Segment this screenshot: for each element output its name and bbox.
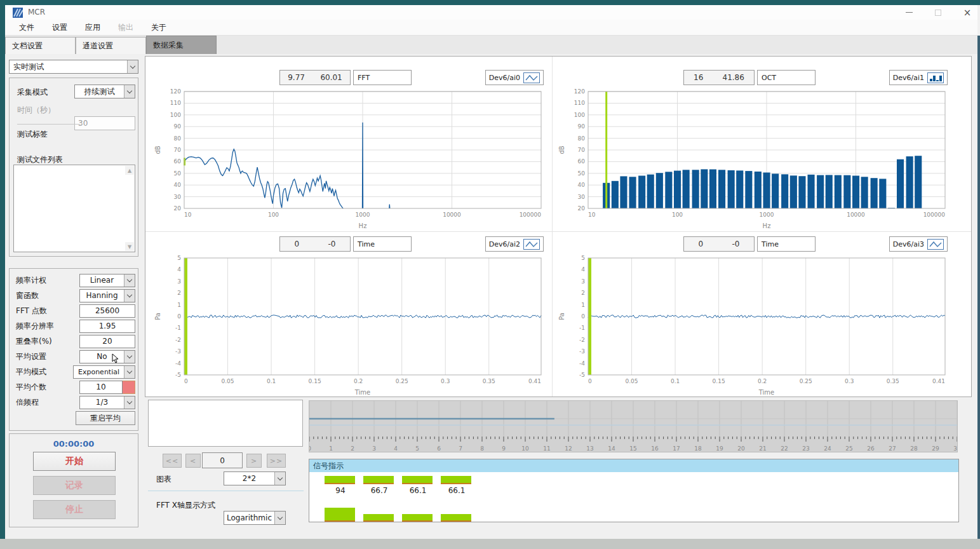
time2-plot[interactable]: -5-4-3-2-101234500.050.10.150.20.250.30.… (152, 253, 550, 398)
time-chart-ai3: 0 -0 Time Dev6/ai3 -5-4-3-2-101234500.05… (556, 234, 954, 396)
cursor-y-value: 60.01 (320, 73, 342, 82)
time-chart-ai2: 0 -0 Time Dev6/ai2 -5-4-3-2-101234500.05… (152, 234, 550, 396)
svg-text:3: 3 (581, 278, 585, 285)
svg-text:0.2: 0.2 (758, 378, 767, 384)
fft-xaxis-label: FFT X轴显示方式 (156, 500, 215, 511)
time3-channel-selector[interactable]: Dev6/ai3 (889, 236, 948, 252)
chart-layout-select[interactable]: 2*2 (224, 471, 286, 485)
signal-channel-0: 94 (325, 472, 356, 523)
setting-label: 重叠率(%) (16, 336, 52, 347)
svg-text:0.3: 0.3 (845, 378, 854, 384)
window-frame-top (0, 0, 980, 5)
scroll-up-icon[interactable]: ▲ (125, 166, 134, 175)
nav-first-button[interactable]: << (163, 454, 182, 468)
close-button[interactable]: × (957, 5, 978, 20)
setting-input-4[interactable]: 20 (79, 335, 135, 348)
svg-text:1000: 1000 (760, 212, 774, 218)
nav-last-button[interactable]: >> (267, 454, 286, 468)
svg-text:50: 50 (578, 170, 586, 177)
svg-text:0.3: 0.3 (441, 378, 450, 384)
svg-text:-4: -4 (175, 360, 181, 367)
time2-cursor-readout: 0 -0 (279, 236, 351, 252)
svg-text:0: 0 (588, 378, 592, 384)
svg-text:4: 4 (581, 266, 585, 273)
svg-text:18: 18 (694, 445, 702, 452)
menu-item-应用[interactable]: 应用 (77, 20, 108, 35)
acq-time-input[interactable]: 30 (74, 116, 135, 130)
setting-select-8[interactable]: 1/3 (79, 396, 135, 409)
svg-text:26: 26 (867, 445, 875, 452)
signal-channel-3: 66.1 (441, 472, 473, 523)
title-bar: MCR × (5, 5, 977, 20)
tab-数据采集[interactable]: 数据采集 (146, 36, 217, 54)
time3-plot[interactable]: -5-4-3-2-101234500.050.10.150.20.250.30.… (556, 253, 954, 398)
window-title: MCR (28, 8, 45, 17)
svg-text:25: 25 (845, 445, 852, 452)
channel-label: Dev6/ai3 (893, 240, 924, 248)
setting-select-0[interactable]: Linear (79, 274, 135, 287)
menu-item-设置[interactable]: 设置 (44, 20, 75, 35)
menu-item-关于[interactable]: 关于 (144, 20, 174, 35)
setting-label: 平均模式 (16, 367, 46, 377)
svg-text:30: 30 (174, 194, 182, 200)
fft-channel-selector[interactable]: Dev6/ai0 (485, 70, 544, 85)
svg-text:12: 12 (565, 445, 572, 452)
menu-item-文件[interactable]: 文件 (11, 20, 42, 35)
svg-text:60: 60 (578, 158, 586, 165)
scroll-down-icon[interactable]: ▼ (125, 242, 134, 251)
window-frame-right (977, 36, 980, 539)
setting-select-1[interactable]: Hanning (79, 289, 135, 302)
setting-input-7[interactable]: 10 (79, 381, 123, 394)
measure-mode-select[interactable]: 实时测试 (9, 60, 138, 74)
run-control-group: 00:00:00 开始记录停止 (9, 433, 138, 527)
fft-plot[interactable]: 2030405060708090100110120101001000100001… (152, 86, 550, 232)
svg-text:Time: Time (354, 389, 370, 396)
acq-mode-select[interactable]: 持续测试 (74, 85, 135, 98)
nav-prev-button[interactable]: < (185, 454, 201, 468)
minimize-button[interactable] (898, 5, 920, 20)
svg-text:0.1: 0.1 (671, 378, 680, 384)
svg-text:23: 23 (802, 445, 809, 452)
svg-text:0.1: 0.1 (267, 378, 276, 384)
record-timeline[interactable]: 0123456789101112131415161718192021222324… (309, 400, 958, 452)
svg-text:2: 2 (177, 290, 181, 296)
signal-level-value: 66.1 (441, 486, 473, 495)
setting-input-2[interactable]: 25600 (79, 304, 135, 318)
svg-text:17: 17 (673, 445, 680, 452)
setting-label: 窗函数 (16, 290, 39, 301)
time2-channel-selector[interactable]: Dev6/ai2 (485, 236, 544, 252)
svg-text:10: 10 (521, 445, 529, 452)
nav-next-button[interactable]: > (246, 454, 262, 468)
test-file-listbox[interactable]: ▲ ▼ (13, 165, 135, 252)
svg-text:0.05: 0.05 (626, 378, 638, 384)
svg-text:0.41: 0.41 (932, 378, 945, 384)
setting-select-6[interactable]: Exponential (73, 365, 135, 379)
setting-select-5[interactable]: No (79, 350, 135, 363)
svg-text:-5: -5 (175, 372, 181, 378)
time3-chart-type-field[interactable]: Time (757, 236, 816, 252)
svg-text:19: 19 (716, 445, 723, 452)
svg-text:0.25: 0.25 (396, 378, 408, 384)
oct-channel-selector[interactable]: Dev6/ai1 (889, 70, 948, 85)
fft-chart-type-field[interactable]: FFT (353, 70, 412, 85)
time2-chart-type-field[interactable]: Time (353, 236, 412, 252)
maximize-button[interactable] (927, 5, 949, 20)
svg-text:90: 90 (174, 123, 182, 130)
svg-text:2: 2 (581, 290, 585, 296)
setting-input-3[interactable]: 1.95 (79, 320, 135, 333)
cursor-x-value: 0 (699, 240, 704, 248)
setting-row-3: 频率分辨率1.95 (16, 318, 135, 334)
svg-text:0.35: 0.35 (887, 378, 899, 384)
oct-chart-type-field[interactable]: OCT (757, 70, 816, 85)
tab-文档设置[interactable]: 文档设置 (5, 37, 76, 54)
oct-plot[interactable]: 2030405060708090100110120101001000100001… (556, 86, 954, 232)
fft-xaxis-select[interactable]: Logarithmic (224, 511, 286, 525)
svg-text:30: 30 (578, 194, 586, 200)
divider (148, 491, 304, 491)
start-button[interactable]: 开始 (33, 452, 116, 471)
chevron-down-icon (127, 60, 138, 73)
fft-chart: 9.77 60.01 FFT Dev6/ai0 2030405060708090… (152, 67, 550, 230)
tab-通道设置[interactable]: 通道设置 (76, 37, 146, 54)
svg-text:80: 80 (174, 135, 182, 142)
restart-average-button[interactable]: 重启平均 (76, 411, 135, 425)
